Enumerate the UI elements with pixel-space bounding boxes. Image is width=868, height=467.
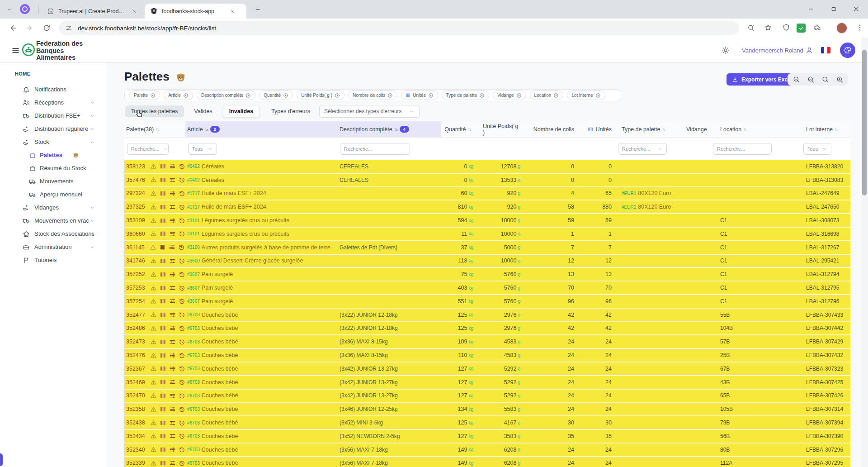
warning-icon[interactable] [150, 285, 157, 291]
view-tab-invalides[interactable]: Invalides [223, 105, 260, 118]
sliders-icon[interactable] [169, 365, 176, 372]
remove-chip-icon[interactable] [150, 93, 156, 98]
table-row[interactable]: 352339#6703Couches bébé(3x56) MAXI 7-18k… [124, 457, 850, 467]
history-icon[interactable] [179, 392, 185, 399]
barcode-icon[interactable] [160, 271, 166, 278]
table-row[interactable]: 352477#6703Couches bébé(3x22) JUNIOR 12-… [124, 309, 850, 322]
sliders-icon[interactable] [169, 379, 176, 386]
filter-input-location[interactable] [713, 143, 772, 155]
zoom-out-button[interactable] [790, 75, 802, 85]
sliders-icon[interactable] [169, 163, 176, 170]
barcode-icon[interactable] [159, 244, 166, 251]
history-icon[interactable] [179, 325, 185, 332]
sliders-icon[interactable] [169, 271, 176, 278]
history-icon[interactable] [179, 257, 185, 264]
sliders-icon[interactable] [169, 204, 176, 210]
table-row[interactable]: 357476#0402CéréalesCEREALES0kg13533g00LF… [124, 174, 850, 187]
warning-icon[interactable] [150, 311, 157, 318]
history-icon[interactable] [179, 365, 185, 372]
history-icon[interactable] [179, 163, 185, 170]
remove-chip-icon[interactable] [595, 93, 601, 98]
sliders-icon[interactable] [169, 460, 176, 467]
table-row[interactable]: 361145#3106Autres produits surgelés à ba… [124, 241, 850, 255]
table-row[interactable]: 352438#6703Couches bébé(3x52) MINI 3-6kg… [124, 416, 850, 430]
site-settings-icon[interactable] [65, 24, 72, 32]
back-button[interactable] [8, 24, 17, 33]
remove-chip-icon[interactable] [183, 93, 189, 98]
column-header-description[interactable]: Description complète↑a4 [337, 121, 441, 137]
warning-icon[interactable] [150, 379, 157, 386]
warning-icon[interactable] [150, 176, 157, 183]
history-icon[interactable] [179, 352, 185, 359]
table-row[interactable]: 352486#6703Couches bébé(3x22) JUNIOR 12-… [124, 322, 850, 336]
warning-icon[interactable] [150, 446, 157, 453]
app-profile-button[interactable] [840, 43, 855, 58]
remove-chip-icon[interactable] [387, 93, 393, 98]
filter-chip-quantite[interactable]: Quantité [259, 91, 293, 100]
history-icon[interactable] [179, 176, 185, 183]
table-row[interactable]: 352367#6703Couches bébé(3x42) JUNIOR 13-… [124, 362, 850, 376]
table-row[interactable]: 353109#3101Légumes surgelés crus ou préc… [124, 214, 850, 228]
history-icon[interactable] [179, 204, 185, 210]
filter-select-article[interactable]: Tous [188, 143, 217, 155]
sliders-icon[interactable] [169, 406, 176, 413]
remove-chip-icon[interactable] [479, 93, 485, 98]
warning-icon[interactable] [150, 338, 157, 345]
sidebar-item-distribution-reguliere[interactable]: Distribution régulière [0, 122, 106, 135]
barcode-icon[interactable] [160, 217, 166, 224]
sidebar-item-resume-du-stock[interactable]: Résumé du Stock [0, 162, 106, 175]
table-row[interactable]: 297325#1717Huile de maïs ESF+ 2024810kg9… [124, 200, 850, 214]
view-tab-valides[interactable]: Valides [189, 105, 218, 117]
sidebar-item-mouvements-en-vrac[interactable]: Mouvements en vrac [0, 214, 106, 227]
history-icon[interactable] [179, 338, 185, 345]
history-icon[interactable] [179, 298, 185, 305]
forward-button[interactable] [25, 24, 34, 33]
warning-icon[interactable] [150, 217, 157, 224]
browser-tab-foodbanks[interactable]: A foodbanks-stock-app [145, 4, 246, 19]
sliders-icon[interactable] [169, 392, 176, 399]
warning-icon[interactable] [150, 460, 157, 467]
barcode-icon[interactable] [160, 325, 166, 332]
close-tab-icon[interactable] [230, 9, 235, 14]
remove-chip-icon[interactable] [245, 93, 251, 98]
filter-chip-vidange[interactable]: Vidange [493, 91, 526, 100]
bookmark-button[interactable] [764, 24, 772, 32]
browser-menu-button[interactable] [856, 24, 864, 32]
remove-chip-icon[interactable] [335, 93, 340, 98]
history-icon[interactable] [178, 244, 185, 251]
table-row[interactable]: 358123#0402CéréalesCEREALES0kg12708g00LF… [124, 160, 850, 174]
warning-icon[interactable] [150, 190, 157, 197]
window-minimize-button[interactable] [807, 5, 815, 13]
sidebar-item-apercu-mensuel[interactable]: Aperçu mensuel [0, 188, 106, 201]
warning-icon[interactable] [150, 230, 157, 237]
column-header-unite_poids[interactable]: Unité Poids( g ) [477, 121, 523, 137]
url-text[interactable]: dev.stock.foodbanksit.be/stock/app/fr-BE… [78, 25, 216, 32]
sliders-icon[interactable] [169, 217, 176, 224]
sidebar-item-distribution-fse[interactable]: Distribution FSE+ [0, 109, 106, 122]
barcode-icon[interactable] [160, 460, 166, 467]
warning-icon[interactable] [150, 271, 157, 278]
warning-icon[interactable] [150, 204, 157, 210]
window-maximize-button[interactable] [830, 5, 837, 13]
close-tab-icon[interactable] [132, 9, 137, 14]
sidebar-item-stock-des-associations[interactable]: Stock des Associations [0, 227, 106, 240]
column-header-vidange[interactable]: Vidange [679, 121, 710, 137]
sliders-icon[interactable] [169, 325, 176, 332]
warning-icon[interactable] [150, 325, 157, 332]
new-tab-button[interactable] [255, 6, 261, 13]
history-icon[interactable] [179, 311, 185, 318]
column-header-nombre_colis[interactable]: Nombre de colis [523, 121, 579, 137]
search-button[interactable] [819, 75, 831, 85]
history-icon[interactable] [179, 433, 185, 439]
column-header-article[interactable]: Article↑a2 [185, 121, 337, 137]
column-header-quantite[interactable]: Quantité↑↓ [441, 121, 477, 137]
sliders-icon[interactable] [169, 338, 176, 345]
browser-profile-avatar[interactable] [836, 22, 848, 34]
table-row[interactable]: 352476#6703Couches bébé(3x36) MAXI 8-15k… [124, 349, 850, 362]
barcode-icon[interactable] [160, 419, 166, 426]
remove-chip-icon[interactable] [428, 93, 434, 98]
user-menu[interactable]: Vandermeersch Roland [742, 47, 803, 54]
barcode-icon[interactable] [160, 257, 166, 264]
reload-button[interactable] [42, 24, 51, 32]
sliders-icon[interactable] [169, 230, 176, 237]
